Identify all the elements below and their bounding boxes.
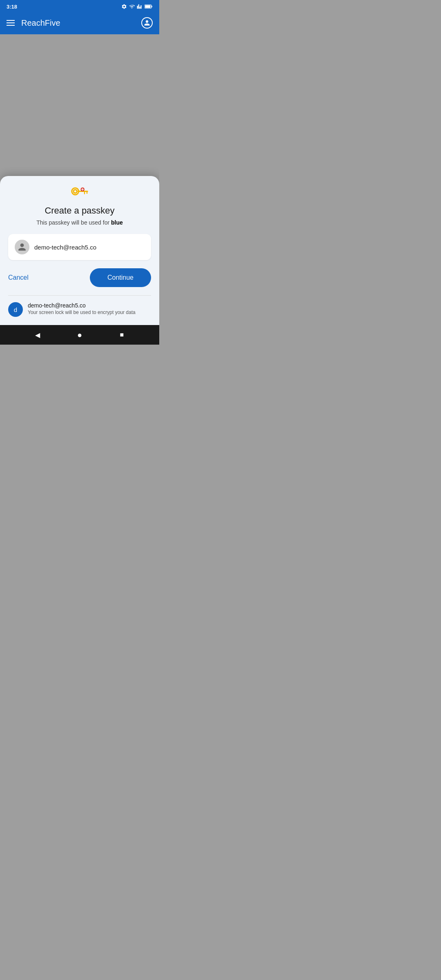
- svg-rect-1: [151, 6, 152, 7]
- hamburger-menu-button[interactable]: [7, 20, 15, 26]
- profile-button[interactable]: [141, 17, 153, 29]
- passkey-icon: [70, 186, 89, 199]
- footer-avatar-initial: d: [14, 306, 17, 313]
- wifi-icon: [129, 4, 135, 9]
- subtitle-text: This passkey will be used for: [36, 219, 109, 226]
- status-icons: [121, 4, 153, 9]
- footer-avatar: d: [8, 302, 23, 317]
- footer-account-info: demo-tech@reach5.co Your screen lock wil…: [28, 302, 136, 315]
- signal-icon: [137, 4, 143, 9]
- footer-account-description: Your screen lock will be used to encrypt…: [28, 310, 136, 315]
- sheet-title: Create a passkey: [8, 205, 151, 216]
- status-time: 3:18: [7, 4, 17, 10]
- home-button[interactable]: [73, 328, 86, 341]
- svg-rect-2: [145, 5, 150, 8]
- status-bar: 3:18: [0, 0, 159, 11]
- svg-point-4: [74, 189, 77, 193]
- settings-icon: [121, 4, 127, 9]
- button-row: Cancel Continue: [8, 268, 151, 287]
- footer-account: d demo-tech@reach5.co Your screen lock w…: [8, 302, 151, 317]
- passkey-icon-container: [8, 186, 151, 199]
- continue-button[interactable]: Continue: [90, 268, 151, 287]
- account-avatar: [15, 240, 29, 254]
- app-title: ReachFive: [21, 18, 141, 28]
- bottom-sheet: Create a passkey This passkey will be us…: [0, 176, 159, 325]
- divider: [8, 295, 151, 296]
- sheet-subtitle: This passkey will be used for blue: [8, 219, 151, 226]
- nav-bar: [0, 325, 159, 345]
- footer-account-email: demo-tech@reach5.co: [28, 302, 136, 309]
- back-button[interactable]: [31, 328, 44, 341]
- account-row: demo-tech@reach5.co: [8, 234, 151, 260]
- app-bar: ReachFive: [0, 11, 159, 34]
- battery-icon: [145, 4, 153, 9]
- account-email: demo-tech@reach5.co: [34, 244, 96, 251]
- cancel-button[interactable]: Cancel: [8, 269, 29, 286]
- subtitle-bold: blue: [111, 219, 123, 226]
- recent-button[interactable]: [115, 328, 128, 341]
